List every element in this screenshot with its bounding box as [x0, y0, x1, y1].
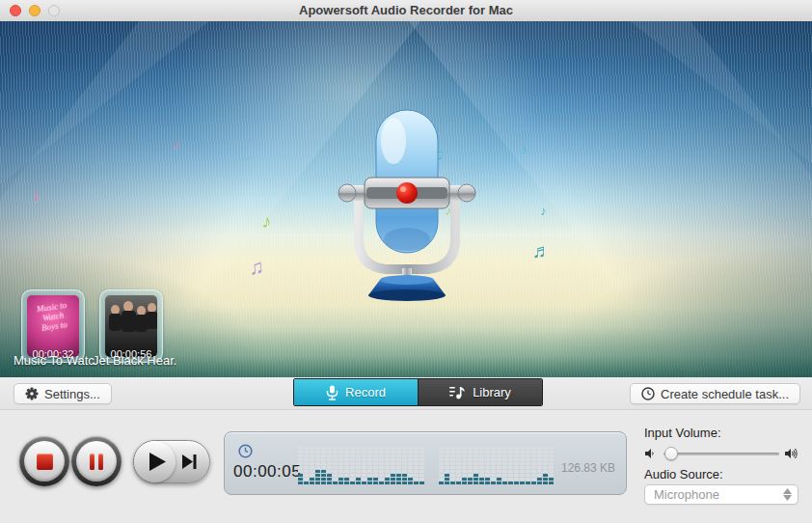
audio-source-dropdown[interactable]: Microphone: [644, 484, 798, 505]
music-note-icon: ♫: [248, 256, 265, 278]
hero-stage: ♪♪♪♫♫♪♪♪♬♪: [0, 21, 812, 377]
settings-button[interactable]: Settings...: [14, 383, 112, 404]
volume-knob[interactable]: [664, 447, 678, 460]
microphone-tab-icon: [326, 385, 338, 400]
schedule-label: Create schedule task...: [661, 387, 789, 401]
gear-icon: [25, 387, 39, 400]
control-panel: 00:00:05 126.83 KB Input Volume: Audio S…: [0, 410, 812, 523]
toolbar: Settings... Record: [0, 377, 812, 410]
music-note-icon: ♪: [261, 212, 272, 232]
play-button[interactable]: [134, 441, 176, 482]
album-art-text: Music to Watch Boys to: [27, 298, 79, 334]
create-schedule-task-button[interactable]: Create schedule task...: [630, 383, 800, 404]
window-title: Apowersoft Audio Recorder for Mac: [0, 3, 812, 17]
pause-button[interactable]: [71, 436, 122, 486]
tab-library-label: Library: [473, 385, 511, 399]
music-note-icon: ♪: [173, 137, 181, 151]
tab-record[interactable]: Record: [294, 379, 418, 405]
light-beam: [544, 21, 812, 377]
titlebar: Apowersoft Audio Recorder for Mac: [0, 0, 812, 22]
microphone-illustration: [338, 104, 476, 302]
app-window: Apowersoft Audio Recorder for Mac ♪♪♪♫♫♪…: [0, 0, 812, 523]
timer-clock-icon: [238, 444, 253, 458]
music-note-icon: ♬: [532, 241, 552, 261]
file-size: 126.83 KB: [561, 461, 615, 475]
tab-record-label: Record: [345, 385, 386, 399]
waveform-display: [298, 446, 555, 484]
skip-forward-icon: [182, 454, 193, 469]
volume-high-icon: [784, 447, 798, 460]
music-note-icon: ♪: [30, 186, 42, 205]
input-volume-slider: [644, 446, 798, 461]
tab-library[interactable]: Library: [418, 379, 542, 405]
library-tab-icon: [449, 385, 466, 399]
settings-label: Settings...: [44, 387, 100, 401]
music-note-icon: ♪: [520, 143, 528, 157]
elapsed-time: 00:00:05: [233, 462, 301, 482]
dropdown-stepper-icon: [778, 488, 798, 501]
input-volume-label: Input Volume:: [644, 426, 721, 440]
recording-thumbnail-1[interactable]: Music to Watch Boys to 00:00:32: [21, 289, 85, 363]
recorder-display: 00:00:05 126.83 KB: [224, 431, 627, 495]
play-skip-control: [133, 440, 210, 483]
volume-track[interactable]: [663, 453, 779, 455]
pause-icon: [90, 454, 103, 470]
stop-icon: [37, 454, 53, 470]
audio-source-value: Microphone: [645, 487, 778, 502]
clock-icon: [641, 387, 655, 400]
recording-title: Music To Watc: [14, 353, 95, 368]
recording-thumbnail-2[interactable]: 00:00:56: [99, 289, 163, 363]
recording-title: Jet Black Hear.: [93, 353, 176, 368]
stop-button[interactable]: [19, 436, 69, 486]
volume-low-icon: [644, 448, 656, 459]
audio-source-label: Audio Source:: [644, 467, 723, 482]
tab-group: Record Library: [293, 378, 543, 406]
music-note-icon: ♪: [539, 205, 547, 218]
microphone-icon: [338, 104, 476, 302]
